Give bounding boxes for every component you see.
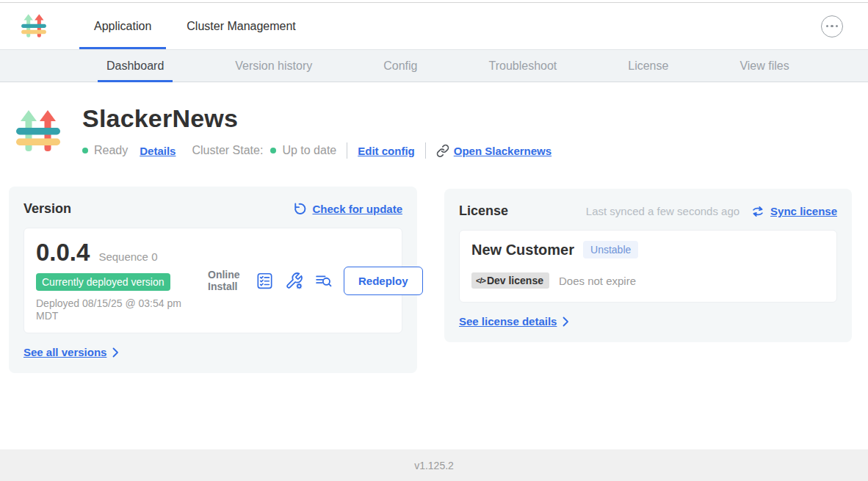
cluster-state-label: Cluster State: <box>192 144 263 157</box>
open-application-link[interactable]: Open Slackernews <box>454 145 551 157</box>
preflight-checks-icon[interactable] <box>256 272 274 290</box>
refresh-icon <box>292 202 306 216</box>
subnav-version-history[interactable]: Version history <box>226 50 321 82</box>
deployed-timestamp: Deployed 08/15/25 @ 03:54 pm MDT <box>36 297 201 322</box>
sync-license-link[interactable]: Sync license <box>770 205 837 217</box>
chevron-right-icon <box>563 317 569 327</box>
cluster-state-dot <box>270 148 276 153</box>
page-title: SlackerNews <box>82 104 551 133</box>
subnav-troubleshoot-label: Troubleshoot <box>488 59 557 73</box>
deployed-badge: Currently deployed version <box>36 273 170 291</box>
primary-tabs: Application Cluster Management <box>79 3 317 49</box>
divider <box>425 142 426 159</box>
license-card-title: License <box>459 203 508 219</box>
tab-cluster-management-label: Cluster Management <box>187 20 296 33</box>
see-all-versions-link[interactable]: See all versions <box>23 346 106 358</box>
subnav-license-label: License <box>628 59 668 73</box>
status-details-link[interactable]: Details <box>140 145 176 157</box>
install-type-label: Online Install <box>208 269 245 292</box>
license-type-badge: </> Dev license <box>471 272 549 289</box>
see-license-details-link[interactable]: See license details <box>459 315 557 328</box>
sync-arrows-icon <box>751 205 764 218</box>
current-version-panel: 0.0.4 Sequence 0 Currently deployed vers… <box>23 228 402 333</box>
main-content: SlackerNews Ready Details Cluster State:… <box>0 82 868 449</box>
code-icon: </> <box>476 276 485 285</box>
tab-application-label: Application <box>94 20 151 33</box>
redeploy-button[interactable]: Redeploy <box>344 267 423 295</box>
subnav-view-files-label: View files <box>739 59 789 73</box>
cluster-state-value: Up to date <box>282 144 336 157</box>
product-logo-icon <box>21 12 47 41</box>
divider <box>347 142 347 159</box>
external-link-icon <box>436 144 449 157</box>
customer-name: New Customer <box>471 242 574 258</box>
subnav-version-history-label: Version history <box>235 59 312 73</box>
subnav-troubleshoot[interactable]: Troubleshoot <box>480 50 565 82</box>
subnav-config[interactable]: Config <box>375 50 426 82</box>
subnav-view-files[interactable]: View files <box>731 50 798 82</box>
channel-badge: Unstable <box>583 241 638 258</box>
tab-cluster-management[interactable]: Cluster Management <box>172 3 311 49</box>
check-for-update-link[interactable]: Check for update <box>312 203 402 215</box>
app-status-text: Ready <box>94 144 128 157</box>
subnav-dashboard-label: Dashboard <box>106 59 164 73</box>
subnav-config-label: Config <box>383 59 417 73</box>
license-details-panel: New Customer Unstable </> Dev license Do… <box>459 230 837 303</box>
app-header-bar: Application Cluster Management <box>0 3 868 50</box>
version-card: Version Check for update 0.0.4 Sequ <box>9 187 417 373</box>
config-wrench-icon[interactable] <box>285 272 303 290</box>
deploy-logs-icon[interactable] <box>314 272 333 290</box>
application-logo-icon <box>15 102 62 162</box>
version-number: 0.0.4 <box>36 239 90 267</box>
subnav-dashboard[interactable]: Dashboard <box>98 50 173 82</box>
license-card: License Last synced a few seconds ago Sy… <box>444 189 852 342</box>
version-card-title: Version <box>23 201 71 217</box>
subnav-license[interactable]: License <box>619 50 677 82</box>
app-subnav: Dashboard Version history Config Trouble… <box>0 50 868 82</box>
console-version: v1.125.2 <box>414 460 454 471</box>
tab-application[interactable]: Application <box>79 3 166 49</box>
edit-config-link[interactable]: Edit config <box>358 145 415 157</box>
license-type-label: Dev license <box>487 275 543 286</box>
app-status-dot <box>82 148 88 153</box>
overflow-menu-button[interactable] <box>821 15 843 37</box>
chevron-right-icon <box>112 347 119 358</box>
version-sequence: Sequence 0 <box>98 250 157 263</box>
license-expiry: Does not expire <box>559 275 636 287</box>
app-footer: v1.125.2 <box>0 449 868 481</box>
last-synced-text: Last synced a few seconds ago <box>586 205 739 217</box>
application-heading: SlackerNews Ready Details Cluster State:… <box>0 102 868 162</box>
